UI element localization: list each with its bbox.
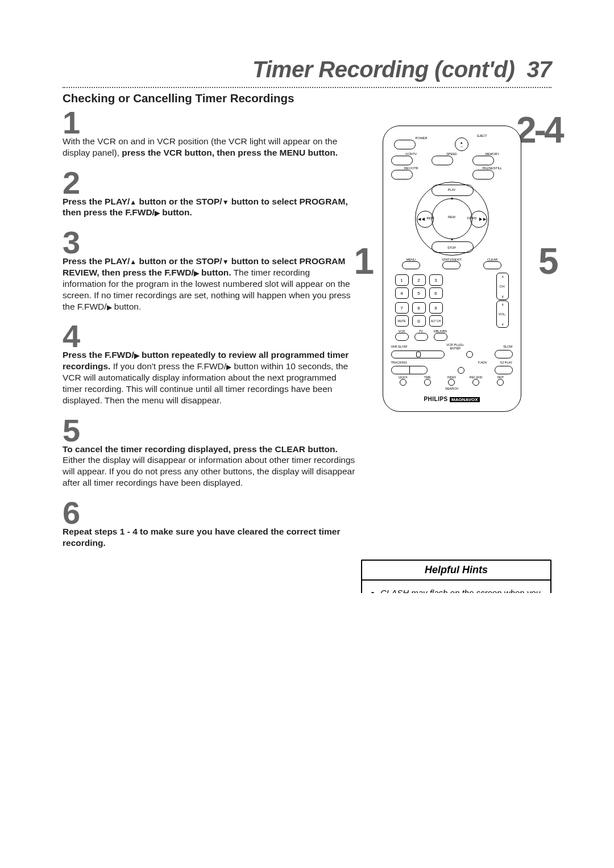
tv-button: [414, 333, 428, 341]
vcrplus-enter-label: VCR PLUS+ ENTER: [445, 343, 466, 350]
ch-rocker: ∧CH.∨: [496, 273, 509, 300]
search-row: QUICK TIME INDEX REC END SKIP: [391, 375, 513, 386]
right-arrow-icon: ▶: [134, 352, 139, 359]
status-exit-label: STATUS/EXIT: [432, 258, 472, 261]
key-9: 9: [429, 302, 443, 314]
t: To cancel the timer recording displayed,…: [63, 444, 338, 454]
remote-diagram: POWER EJECT ▲─ VCR/TV SPEED MEMORY: [383, 126, 521, 412]
key-3: 3: [429, 274, 443, 286]
step-4: 4 Press the F.FWD/▶ button repeatedly to…: [63, 322, 355, 406]
up-arrow-icon: ▲: [450, 196, 454, 200]
x2play-button: [495, 366, 513, 374]
clear-button: [483, 261, 501, 269]
hint-item: CLASH may flash on the screen when you f…: [380, 587, 542, 592]
callout-5: 5: [538, 243, 559, 279]
t: button or the STOP/: [136, 256, 222, 266]
menu-label: MENU: [391, 258, 432, 261]
right-arrow-icon: ▶: [194, 270, 199, 277]
var-slow-slider: [391, 350, 445, 358]
up-arrow-icon: ▲: [130, 258, 136, 265]
vcrplus-enter-button: [466, 351, 473, 358]
eject-button: ▲─: [455, 137, 468, 151]
vcr-button: [395, 333, 409, 341]
memory-button: [472, 156, 494, 165]
clear-label: CLEAR: [472, 258, 513, 261]
down-arrow-icon: ▼: [222, 199, 229, 206]
step-3: 3 Press the PLAY/▲ button or the STOP/▼ …: [63, 228, 355, 312]
right-arrow-icon: ▶: [155, 210, 160, 216]
status-exit-button: [442, 261, 460, 269]
remote-wrap: 2-4 1 5 POWER EJECT ▲─: [383, 126, 530, 412]
step-number: 6: [63, 499, 79, 527]
content-area: 1 With the VCR on and in VCR position (t…: [63, 108, 551, 549]
vcr-label-2: VCR: [395, 329, 409, 333]
down-arrow-icon: ▼: [450, 237, 454, 241]
t: Repeat steps 1 - 4 to make sure you have…: [63, 527, 340, 548]
menu-row: MENU STATUS/EXIT CLEAR: [391, 258, 513, 269]
stop-label: STOP: [447, 246, 456, 249]
transport-dpad: PLAY STOP REW F.FWD REW ◀ ▶ ▲ ▼: [415, 182, 489, 256]
play-label: PLAY: [448, 188, 456, 191]
brand-row: PHILIPS MAGNAVOX: [391, 396, 513, 402]
callout-1: 1: [354, 243, 375, 279]
key-4: 4: [395, 287, 409, 299]
t: button or the STOP/: [136, 197, 222, 206]
step-body: Press the PLAY/▲ button or the STOP/▼ bu…: [63, 196, 355, 219]
key-5: 5: [412, 287, 426, 299]
right-arrow-icon: ▶: [107, 304, 112, 311]
pause-still-button: [472, 170, 494, 180]
slow-label: SLOW: [503, 345, 512, 348]
step-body: Press the PLAY/▲ button or the STOP/▼ bu…: [63, 256, 355, 312]
step-body: To cancel the timer recording displayed,…: [63, 444, 355, 489]
index-label: INDEX: [439, 375, 464, 379]
speed-button: [432, 156, 453, 165]
key-8: 8: [412, 302, 426, 314]
rew-label: REW: [448, 215, 455, 219]
philips-logo: PHILIPS: [424, 396, 447, 402]
step-bold: press the VCR button, then press the MEN…: [122, 148, 338, 157]
tv-label: TV: [414, 329, 428, 333]
hints-body: CLASH may flash on the screen when you f…: [361, 579, 551, 592]
up-arrow-icon: ▲: [130, 199, 136, 206]
key-2: 2: [412, 274, 426, 286]
skip-button: [497, 379, 504, 386]
step-6: 6 Repeat steps 1 - 4 to make sure you ha…: [63, 499, 355, 549]
t: button.: [199, 268, 231, 277]
right-arrow-icon: ▶: [226, 364, 231, 370]
rew-label-2: REW: [427, 216, 434, 220]
ffwd-label: F.FWD: [467, 216, 477, 220]
tracking-label: TRACKING: [391, 361, 407, 364]
slow-button: [495, 350, 513, 358]
quick-label: QUICK: [391, 375, 416, 379]
step-1: 1 With the VCR on and in VCR position (t…: [63, 108, 355, 158]
center-circle: REW F.FWD REW: [432, 198, 472, 239]
vcr-tv-button: [391, 156, 413, 165]
ch-label: CH.: [499, 285, 505, 288]
fadv-label: F.ADV.: [478, 361, 488, 364]
key-7: 7: [395, 302, 409, 314]
divider-dotted: [63, 87, 551, 88]
tracking-rocker: [391, 366, 428, 374]
rec-end-label: REC END: [464, 375, 488, 379]
quick-button: [400, 379, 406, 386]
title-text: Timer Recording (cont'd): [252, 57, 515, 82]
t: Press the PLAY/: [63, 197, 130, 206]
page-title: Timer Recording (cont'd) 37: [252, 57, 551, 82]
key-0: 0: [412, 315, 426, 327]
power-label: POWER: [394, 136, 449, 140]
step-number: 3: [63, 228, 79, 257]
rec-end-button: [472, 379, 479, 386]
step-body: With the VCR on and in VCR position (the…: [63, 136, 355, 158]
instructions-column: 1 With the VCR on and in VCR position (t…: [63, 108, 355, 549]
page-number: 37: [527, 57, 552, 82]
rec-otr-button: [391, 170, 413, 180]
power-button: [394, 140, 416, 149]
t: Press the F.FWD/: [63, 350, 134, 360]
key-altch: ALT CH: [429, 315, 443, 327]
step-number: 4: [63, 322, 79, 350]
callout-2-4: 2-4: [516, 112, 562, 148]
right-arrow-icon: ▶: [483, 217, 486, 222]
vol-label: VOL.: [499, 312, 507, 316]
step-body: Repeat steps 1 - 4 to make sure you have…: [63, 526, 355, 549]
section-subtitle: Checking or Cancelling Timer Recordings: [63, 91, 551, 105]
